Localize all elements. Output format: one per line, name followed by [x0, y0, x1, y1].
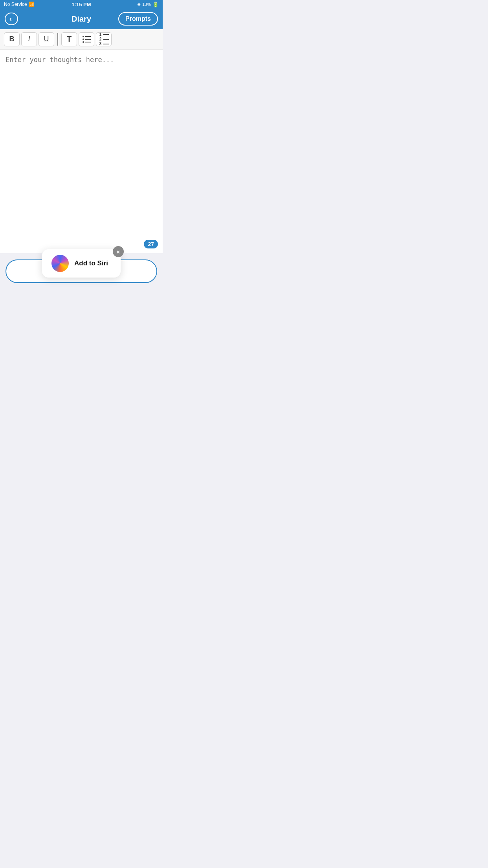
italic-button[interactable]: I: [21, 32, 37, 46]
text-editor-wrapper: 27: [0, 50, 163, 253]
bold-button[interactable]: B: [4, 32, 20, 46]
toolbar-divider: [57, 33, 58, 46]
char-count-badge: 27: [144, 240, 158, 248]
status-bar: No Service 📶 1:15 PM ⊕ 13% 🔋: [0, 0, 163, 9]
battery-icon: 🔋: [152, 2, 159, 7]
text-style-button[interactable]: T: [61, 32, 77, 46]
chevron-left-icon: ‹: [9, 15, 12, 22]
signal-text: No Service: [4, 2, 27, 7]
prompts-button[interactable]: Prompts: [118, 12, 158, 26]
close-icon: ×: [117, 248, 120, 255]
nav-title: Diary: [72, 15, 91, 24]
bullet-list-button[interactable]: [79, 32, 94, 46]
siri-close-button[interactable]: ×: [113, 246, 124, 257]
siri-container: Add to Siri ×: [42, 249, 121, 278]
status-right: ⊕ 13% 🔋: [137, 2, 159, 7]
siri-banner: Add to Siri: [42, 249, 121, 278]
diary-text-input[interactable]: [0, 50, 163, 253]
battery-percent: 13%: [142, 2, 151, 7]
siri-orb-icon: [51, 255, 69, 272]
text-area-container[interactable]: 27: [0, 50, 163, 253]
back-button[interactable]: ‹: [5, 13, 18, 25]
lock-icon: ⊕: [137, 2, 141, 7]
numbered-list-icon: 1 2 3: [99, 33, 109, 46]
status-time: 1:15 PM: [72, 2, 91, 7]
nav-bar: ‹ Diary Prompts: [0, 9, 163, 29]
siri-label: Add to Siri: [74, 259, 108, 267]
underline-button[interactable]: U: [39, 32, 54, 46]
numbered-list-button[interactable]: 1 2 3: [96, 32, 112, 46]
main-content: B I U T 1 2 3 27: [0, 29, 163, 289]
bullet-list-icon: [83, 36, 91, 43]
formatting-toolbar: B I U T 1 2 3: [0, 29, 163, 50]
status-left: No Service 📶: [4, 2, 35, 7]
wifi-icon: 📶: [29, 2, 35, 7]
